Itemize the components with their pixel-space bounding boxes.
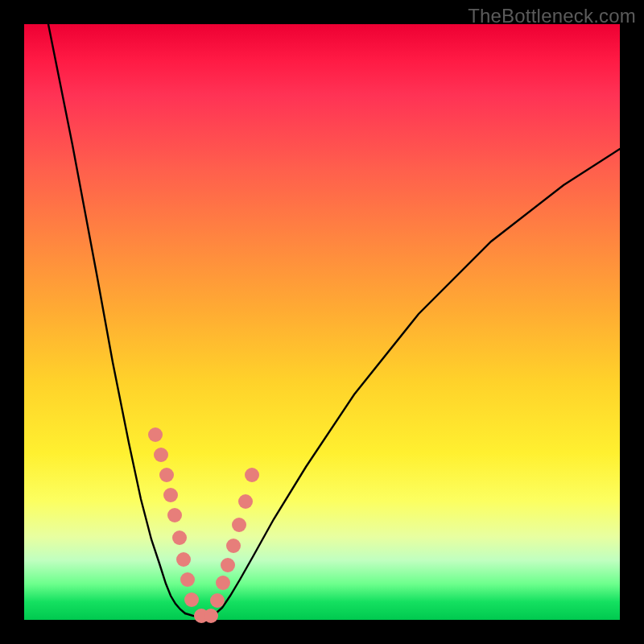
marker-dot (172, 530, 187, 545)
curve-right-branch (216, 149, 620, 613)
marker-dot (216, 576, 230, 590)
chart-frame: TheBottleneck.com (0, 0, 644, 644)
marker-dot (238, 494, 253, 509)
marker-dot (184, 592, 199, 607)
marker-dot (167, 508, 182, 522)
marker-dot (204, 609, 218, 623)
marker-dot (245, 468, 259, 482)
curve-left-branch (48, 24, 185, 613)
marker-dot (163, 488, 178, 502)
marker-group (148, 427, 259, 623)
marker-dot (210, 593, 225, 608)
marker-dot (148, 427, 163, 442)
marker-dot (232, 518, 246, 532)
marker-dot (176, 552, 191, 567)
marker-dot (180, 572, 195, 587)
curve-svg (24, 24, 620, 620)
marker-dot (159, 468, 174, 482)
marker-dot (154, 448, 168, 462)
marker-dot (226, 539, 241, 553)
plot-area (24, 24, 620, 620)
marker-dot (221, 558, 235, 572)
